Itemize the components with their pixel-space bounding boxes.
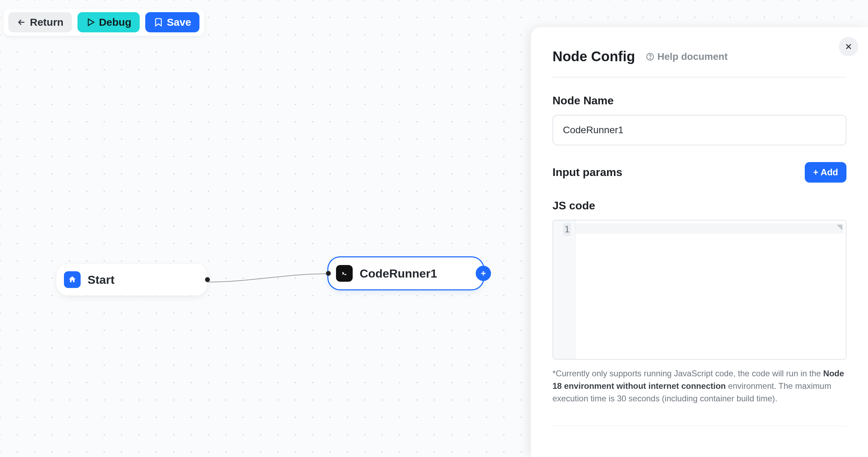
port-out[interactable] [205, 277, 210, 282]
node-start-label: Start [88, 273, 114, 287]
close-button[interactable] [839, 37, 858, 56]
return-button[interactable]: Return [8, 12, 72, 32]
add-param-button[interactable]: + Add [805, 162, 846, 183]
top-toolbar: Return Debug Save [3, 9, 204, 36]
debug-label: Debug [99, 17, 131, 27]
port-in[interactable] [326, 271, 331, 276]
arrow-left-icon [17, 17, 26, 27]
terminal-icon [336, 265, 353, 282]
help-icon [646, 52, 655, 61]
debug-button[interactable]: Debug [77, 12, 140, 32]
code-editor[interactable]: 1 [552, 220, 846, 360]
home-icon [64, 271, 81, 288]
node-name-input[interactable] [552, 115, 846, 145]
save-button[interactable]: Save [145, 12, 199, 32]
svg-rect-1 [341, 270, 348, 276]
close-icon [844, 42, 853, 51]
save-label: Save [167, 17, 191, 27]
help-document-link[interactable]: Help document [646, 51, 728, 62]
js-code-label: JS code [552, 199, 595, 212]
panel-divider [552, 426, 846, 426]
play-icon [86, 17, 96, 27]
svg-marker-0 [88, 19, 94, 26]
code-body[interactable] [575, 221, 846, 359]
panel-header: Node Config Help document [552, 49, 846, 78]
panel-title: Node Config [552, 49, 635, 64]
line-number-1: 1 [563, 223, 571, 236]
bookmark-icon [154, 17, 163, 27]
config-panel: Node Config Help document Node Name Inpu… [531, 27, 868, 457]
corner-icon [837, 225, 842, 230]
help-label: Help document [657, 51, 728, 62]
js-code-section: JS code 1 *Currently only supports runni… [552, 199, 846, 405]
code-gutter: 1 [553, 221, 575, 359]
svg-point-8 [650, 58, 650, 59]
node-coderunner-label: CodeRunner1 [360, 267, 437, 280]
node-coderunner[interactable]: CodeRunner1 [328, 257, 483, 289]
input-params-section: Input params + Add [552, 162, 846, 183]
node-name-section: Node Name [552, 94, 846, 145]
add-output-button[interactable] [476, 266, 491, 281]
node-start[interactable]: Start [56, 264, 207, 296]
return-label: Return [30, 17, 64, 27]
input-params-label: Input params [552, 166, 622, 179]
node-name-label: Node Name [552, 94, 614, 107]
code-hint: *Currently only supports running JavaScr… [552, 367, 846, 405]
